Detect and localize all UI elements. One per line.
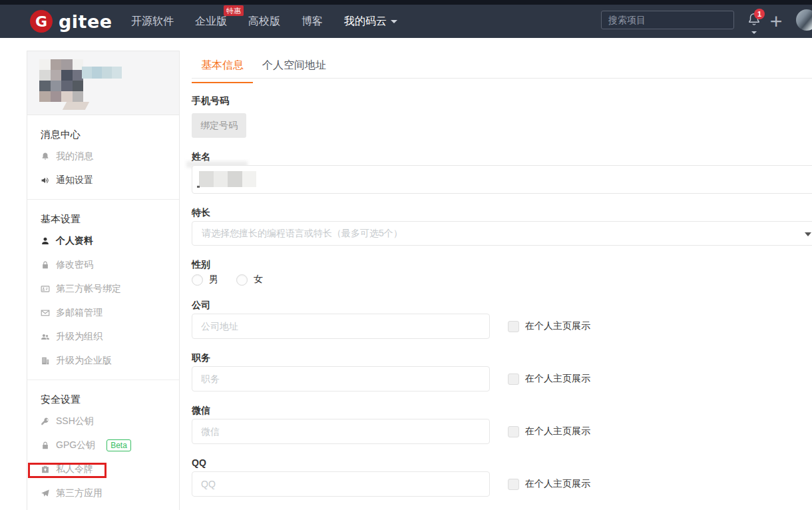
wechat-show-checkbox[interactable] [508,426,519,437]
gender-options: 男 女 [192,273,812,286]
skills-placeholder: 请选择您擅长的编程语言或特长（最多可选5个） [202,228,403,240]
profile-header [27,51,179,115]
sidebar-item-gpg-keys[interactable]: GPG公钥 Beta [27,433,179,457]
gitee-logo-icon: G [30,10,53,33]
chevron-down-icon [751,31,757,34]
sidebar-item-email-management[interactable]: 多邮箱管理 [27,301,179,325]
gitee-logo[interactable]: G gitee [30,10,112,33]
profile-form: 手机号码 绑定号码 姓名 特长 请选择您擅长的编程语言或特长（最多可选5个） 性… [192,95,812,510]
divider [27,380,179,380]
building-icon [41,356,50,366]
wechat-row: 在个人主页展示 [192,419,812,444]
name-label: 姓名 [192,150,812,162]
divider [192,78,812,79]
sidebar-item-label: GPG公钥 [56,439,95,451]
skills-select[interactable]: 请选择您擅长的编程语言或特长（最多可选5个） [192,221,812,246]
bell-icon [41,152,50,161]
gender-radio-female[interactable] [236,274,248,286]
sidebar-item-ssh-keys[interactable]: SSH公钥 [27,409,179,433]
nav-link-enterprise-label: 企业版 [195,15,227,27]
beta-badge: Beta [106,439,131,451]
search-input[interactable] [601,11,734,29]
nav-link-my-gitee[interactable]: 我的码云 [344,15,397,29]
position-input[interactable] [192,366,490,391]
sidebar-item-third-party-apps[interactable]: 第三方应用 [27,481,179,505]
position-label: 职务 [192,352,812,364]
nav-link-education[interactable]: 高校版 [248,15,280,29]
sidebar-item-login-history[interactable]: 登录历史 [27,505,179,510]
nav-link-blog[interactable]: 博客 [302,15,323,29]
notifications-button[interactable]: 1 [747,11,764,33]
sidebar-item-upgrade-organization[interactable]: 升级为组织 [27,325,179,349]
divider [27,199,179,200]
sidebar-item-label: 升级为组织 [56,331,102,343]
gender-male-label: 男 [209,274,218,286]
nav-link-opensource[interactable]: 开源软件 [131,15,174,29]
redacted-name-value [199,171,256,187]
profile-tabs: 基本信息 个人空间地址 [192,59,335,83]
company-show-checkbox[interactable] [508,321,519,332]
gender-label: 性别 [192,258,812,270]
sidebar-item-notification-settings[interactable]: 通知设置 [27,168,179,192]
redaction-smudge [63,102,89,110]
qq-input[interactable] [192,471,490,497]
plane-icon [41,489,50,498]
sidebar-item-label: 通知设置 [56,174,93,186]
redacted-avatar [39,59,83,102]
qq-row: 在个人主页展示 [192,471,812,497]
chevron-down-icon [805,232,811,236]
sidebar-item-label: SSH公钥 [56,415,94,427]
tab-personal-space-url[interactable]: 个人空间地址 [253,59,335,83]
sidebar-item-label: 私人令牌 [56,463,93,475]
sidebar-item-label: 第三方帐号绑定 [56,283,121,295]
sidebar-item-change-password[interactable]: 修改密码 [27,253,179,277]
group-icon [41,332,50,342]
key-icon [41,417,50,426]
position-show-label: 在个人主页展示 [525,373,590,385]
section-title-basic-settings: 基本设置 [27,209,179,229]
sidebar-item-my-messages[interactable]: 我的消息 [27,144,179,168]
sidebar-item-private-tokens[interactable]: 私人令牌 [27,457,179,481]
wechat-input[interactable] [192,419,490,444]
company-row: 在个人主页展示 [192,314,812,339]
nav-link-enterprise[interactable]: 企业版特惠 [195,15,227,29]
section-title-security-settings: 安全设置 [27,389,179,409]
person-icon [41,236,50,246]
promo-badge: 特惠 [224,5,244,16]
sidebar-item-label: 升级为企业版 [56,355,112,367]
top-strip [0,0,812,5]
sidebar-item-profile[interactable]: 个人资料 [27,229,179,253]
gender-radio-male[interactable] [192,274,203,286]
sidebar-item-third-party-accounts[interactable]: 第三方帐号绑定 [27,277,179,301]
sidebar-item-label: 个人资料 [56,235,93,247]
token-icon [41,465,50,474]
position-show-checkbox[interactable] [508,374,519,385]
skills-label: 特长 [192,206,812,218]
name-label-text: 姓名 [192,151,210,162]
qq-show-checkbox[interactable] [508,479,519,490]
name-input[interactable] [192,165,812,194]
redacted-username [82,67,122,79]
sidebar-item-upgrade-enterprise[interactable]: 升级为企业版 [27,349,179,373]
settings-sidebar: 消息中心 我的消息 通知设置 基本设置 个人资料 修改密码 第三方帐号绑定 多邮… [27,51,180,510]
create-new-button[interactable]: + [767,6,785,37]
company-input[interactable] [192,314,490,339]
navbar: G gitee 开源软件 企业版特惠 高校版 博客 我的码云 1 + [0,5,812,38]
brand-name: gitee [59,11,112,32]
avatar[interactable] [796,9,812,31]
wechat-show-label: 在个人主页展示 [525,425,590,437]
wechat-label: 微信 [192,404,812,416]
lock-icon [41,441,50,450]
chevron-down-icon [391,20,397,23]
position-row: 在个人主页展示 [192,366,812,391]
company-show-label: 在个人主页展示 [525,320,590,332]
sidebar-item-label: 第三方应用 [56,487,102,499]
nav-link-my-gitee-label: 我的码云 [344,15,387,27]
lock-icon [41,260,50,270]
sidebar-item-label: 多邮箱管理 [56,307,102,319]
bind-phone-button[interactable]: 绑定号码 [192,113,246,138]
company-label: 公司 [192,299,812,311]
gender-female-label: 女 [254,274,263,286]
speaker-icon [41,176,50,185]
tab-basic-info[interactable]: 基本信息 [192,59,253,83]
